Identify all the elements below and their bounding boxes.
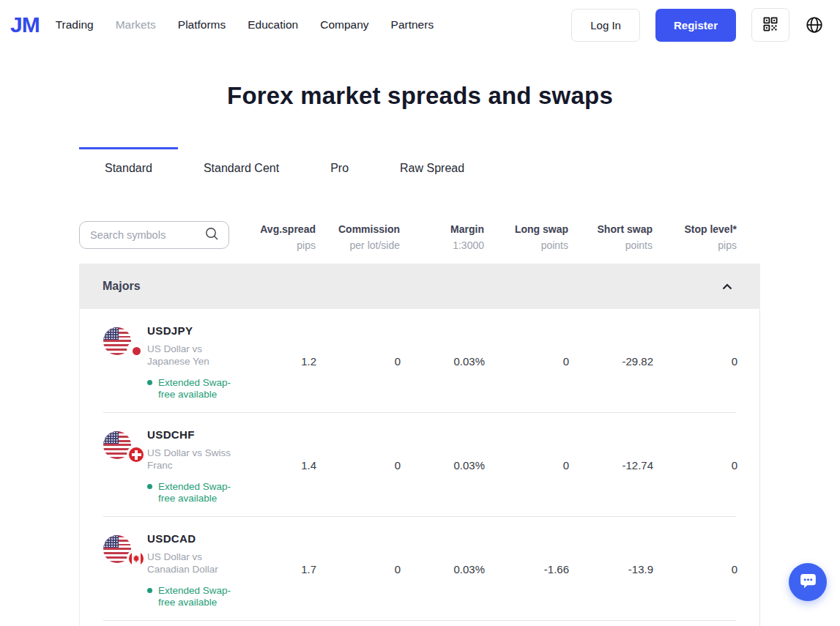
qr-code-button[interactable] [751,8,789,42]
short-swap-value: -12.74 [569,459,653,472]
badge-dot-icon [147,588,152,593]
jpy-flag-icon [127,341,146,360]
search-icon [204,226,219,244]
nav-item-partners[interactable]: Partners [391,18,434,31]
margin-value: 0.03% [401,563,485,575]
long-swap-value: 0 [485,355,569,368]
header-actions: Log In Register [571,8,827,42]
column-header-avg-spread: Avg.spread pips [231,221,316,251]
nav-item-trading[interactable]: Trading [56,18,94,31]
stop-level-value: 0 [653,563,737,575]
column-header-stop-level: Stop level* pips [653,221,737,251]
pair-info: USDCHF US Dollar vs Swiss Franc Extended… [147,413,232,517]
cad-flag-icon [127,549,146,568]
tab-pro[interactable]: Pro [305,147,374,190]
swap-free-badge: Extended Swap-free available [147,585,232,608]
spreads-table: Majors USDJPY US Dollar vs Japanese Yen … [79,264,760,626]
column-header-commission: Commission per lot/side [316,221,400,251]
nav-item-company[interactable]: Company [320,18,368,31]
login-button[interactable]: Log In [571,9,640,42]
register-button[interactable]: Register [655,9,736,42]
swap-free-badge: Extended Swap-free available [147,481,232,504]
table-row-usdcad: USDCAD US Dollar vs Canadian Dollar Exte… [80,517,759,621]
chf-flag-icon [127,445,146,464]
search-symbols-box[interactable] [79,221,229,249]
tab-standard[interactable]: Standard [79,147,178,190]
badge-dot-icon [147,484,152,489]
language-globe-icon[interactable] [805,15,827,34]
table-controls: Avg.spread pips Commission per lot/side … [79,221,760,251]
nav-item-education[interactable]: Education [248,18,298,31]
tab-standard-cent[interactable]: Standard Cent [178,147,305,190]
stop-level-value: 0 [653,355,737,368]
avg-spread-value: 1.7 [232,563,316,575]
main-nav: Trading Markets Platforms Education Comp… [56,18,434,31]
table-row-gbpusd: GBPUSD [80,621,759,626]
symbol-name: USDJPY [147,324,232,337]
short-swap-value: -29.82 [569,355,653,368]
nav-item-platforms[interactable]: Platforms [178,18,226,31]
symbol-description: US Dollar vs Swiss Franc [147,447,232,472]
search-input[interactable] [90,229,204,241]
symbol-name: USDCAD [147,532,232,545]
symbol-description: US Dollar vs Canadian Dollar [147,551,232,575]
short-swap-value: -13.9 [569,563,653,575]
group-header-majors[interactable]: Majors [79,264,760,309]
nav-item-markets[interactable]: Markets [116,18,156,31]
symbol-name: USDCHF [147,428,232,441]
column-header-short-swap: Short swap points [568,221,653,251]
avg-spread-value: 1.4 [232,459,316,472]
brand-logo[interactable]: JM [10,12,40,37]
pair-info: USDCAD US Dollar vs Canadian Dollar Exte… [147,517,232,621]
chat-bubble-icon [798,571,818,593]
top-bar: JM Trading Markets Platforms Education C… [0,0,840,50]
pair-info: GBPUSD [147,621,232,626]
long-swap-value: 0 [485,459,569,472]
chat-button[interactable] [789,563,827,601]
long-swap-value: -1.66 [485,563,569,575]
symbol-description: US Dollar vs Japanese Yen [147,343,232,368]
swap-free-badge: Extended Swap-free available [147,377,232,400]
group-rows: USDJPY US Dollar vs Japanese Yen Extende… [79,309,760,626]
pair-info: USDJPY US Dollar vs Japanese Yen Extende… [147,309,232,413]
column-header-long-swap: Long swap points [484,221,568,251]
column-header-margin: Margin 1:3000 [400,221,484,251]
margin-value: 0.03% [401,355,485,368]
qr-code-icon [762,15,779,35]
table-row-usdjpy: USDJPY US Dollar vs Japanese Yen Extende… [80,309,759,413]
badge-dot-icon [147,380,152,385]
commission-value: 0 [316,563,401,575]
commission-value: 0 [316,355,401,368]
commission-value: 0 [316,459,401,472]
pair-flags [103,535,147,621]
table-row-usdchf: USDCHF US Dollar vs Swiss Franc Extended… [80,413,759,517]
stop-level-value: 0 [653,459,737,472]
account-type-tabs: Standard Standard Cent Pro Raw Spread [79,147,840,190]
chevron-up-icon [722,280,732,293]
group-title: Majors [103,280,141,293]
avg-spread-value: 1.2 [232,355,316,368]
margin-value: 0.03% [401,459,485,472]
page-title: Forex market spreads and swaps [0,82,840,110]
tab-raw-spread[interactable]: Raw Spread [374,147,490,190]
pair-flags [103,431,147,517]
pair-flags [103,327,147,413]
